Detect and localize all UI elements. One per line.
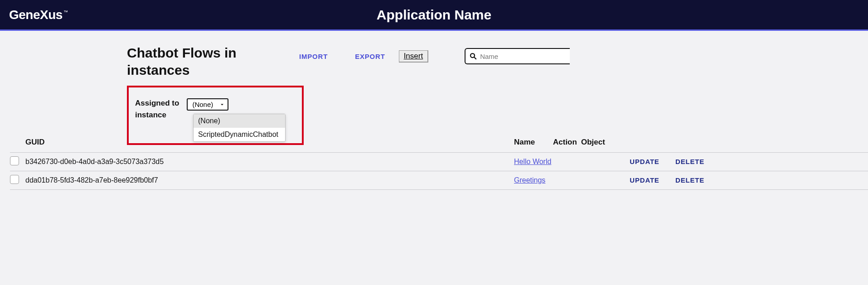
delete-button[interactable]: DELETE — [675, 176, 704, 184]
dropdown-option-none[interactable]: (None) — [194, 114, 285, 128]
cell-guid: b3426730-d0eb-4a0d-a3a9-3c5073a373d5 — [25, 158, 514, 166]
assigned-to-instance-select[interactable]: (None) — [187, 98, 228, 111]
assigned-to-instance-dropdown: (None) ScriptedDynamicChatbot — [193, 114, 286, 142]
update-button[interactable]: UPDATE — [630, 158, 659, 165]
delete-button[interactable]: DELETE — [675, 158, 704, 165]
search-input[interactable] — [480, 53, 566, 60]
chevron-down-icon — [219, 102, 225, 107]
search-field[interactable] — [465, 48, 570, 64]
col-header-object: Object — [581, 138, 622, 147]
top-bar: GeneXus™ Application Name — [0, 0, 868, 31]
svg-line-1 — [474, 57, 476, 59]
svg-point-0 — [470, 53, 475, 58]
logo: GeneXus™ — [9, 8, 68, 22]
page-actions: IMPORT EXPORT Insert — [299, 48, 570, 64]
table-header: GUID Name Action Object — [10, 134, 868, 153]
col-header-name: Name — [514, 138, 553, 147]
flow-name-link[interactable]: Greetings — [514, 175, 545, 185]
row-checkbox[interactable] — [10, 156, 19, 165]
filter-label: Assigned to instance — [135, 97, 185, 121]
cell-guid: dda01b78-5fd3-482b-a7eb-8ee929fb0bf7 — [25, 176, 514, 184]
page-title: Chatbot Flows in instances — [127, 44, 272, 78]
export-button[interactable]: EXPORT — [355, 53, 385, 60]
col-header-action: Action — [553, 138, 581, 147]
insert-button[interactable]: Insert — [399, 50, 429, 63]
import-button[interactable]: IMPORT — [299, 53, 328, 60]
logo-tm: ™ — [63, 10, 68, 14]
flow-name-link[interactable]: Hello World — [514, 157, 551, 167]
flows-table: GUID Name Action Object b3426730-d0eb-4a… — [10, 134, 868, 190]
logo-prefix: Gene — [9, 8, 40, 22]
table-row: b3426730-d0eb-4a0d-a3a9-3c5073a373d5 Hel… — [10, 153, 868, 171]
update-button[interactable]: UPDATE — [630, 176, 659, 184]
content: Chatbot Flows in instances IMPORT EXPORT… — [0, 31, 868, 145]
table-row: dda01b78-5fd3-482b-a7eb-8ee929fb0bf7 Gre… — [10, 171, 868, 190]
header-row: Chatbot Flows in instances IMPORT EXPORT… — [127, 44, 868, 78]
select-value: (None) — [192, 101, 213, 108]
app-name: Application Name — [377, 7, 491, 23]
logo-suffix: Xus — [40, 8, 63, 22]
dropdown-option-scripted[interactable]: ScriptedDynamicChatbot — [194, 128, 285, 141]
row-checkbox[interactable] — [10, 175, 19, 184]
search-icon — [469, 52, 477, 60]
